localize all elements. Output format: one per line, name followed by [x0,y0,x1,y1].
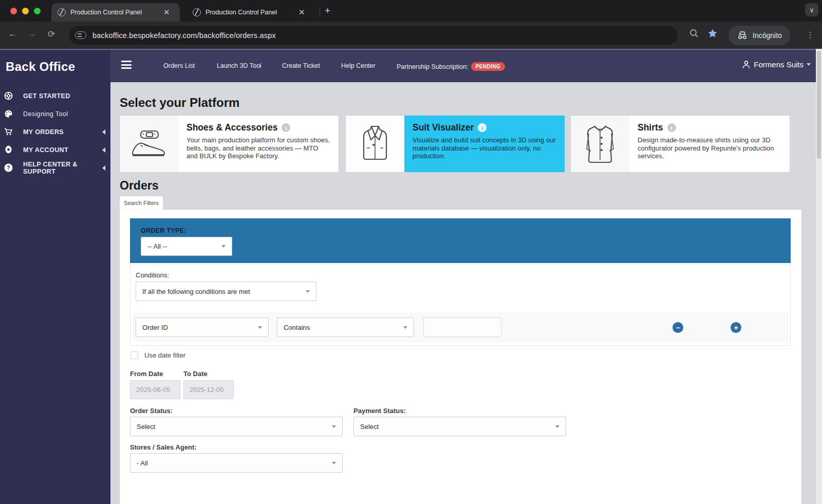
chevron-down-icon [258,326,262,329]
card-description: Visualize and build suit concepts in 3D … [413,136,556,160]
bookmark-star-icon[interactable] [707,28,718,39]
gear-icon [4,145,13,154]
date-filter-label: Use date filter [144,351,185,359]
back-button[interactable]: ← [8,29,17,39]
tab-title: Production Control Panel [206,9,293,16]
page-scrollbar[interactable] [816,49,822,504]
info-icon[interactable]: i [478,123,487,132]
platform-card-shoes[interactable]: Shoes & Accessories i Your main producti… [120,116,339,172]
condition-value-input[interactable] [423,318,501,337]
app-logo[interactable]: Back Office [0,50,110,83]
address-bar[interactable]: backoffice.bespokefactory.com/backoffice… [69,26,678,45]
incognito-badge: Incógnito [728,26,790,45]
search-icon[interactable] [689,28,699,39]
stores-agent-label: Stores / Sales Agent: [130,443,197,451]
platform-card-shirts[interactable]: Shirts i Design made-to-measure shirts u… [571,116,790,172]
sidebar-item-my-account[interactable]: MY ACCOUNT [0,141,110,159]
browser-tab-2[interactable]: Production Control Panel ✕ [186,3,315,22]
hamburger-menu-icon[interactable] [121,61,132,69]
conditions-select[interactable]: If all the following conditions are met [136,282,316,301]
app-navbar: Back Office Orders List Launch 3D Tool C… [0,49,822,82]
tab-search-chevron-icon[interactable]: ∨ [805,3,818,16]
nav-create-ticket[interactable]: Create Ticket [282,62,320,69]
order-status-select[interactable]: Select [130,417,343,436]
svg-text:?: ? [7,164,10,171]
chevron-down-icon [332,425,336,428]
condition-field-select[interactable]: Order ID [136,318,269,337]
user-menu[interactable]: Formens Suits [742,60,811,69]
cart-icon [4,127,13,136]
nav-orders-list[interactable]: Orders List [163,62,195,69]
sidebar-item-help-center[interactable]: ? HELP CENTER & SUPPORT [0,159,110,177]
scrollbar-thumb[interactable] [817,51,821,159]
card-title: Shirts [638,122,663,133]
forward-button[interactable]: → [28,29,36,39]
chevron-down-icon [332,462,336,464]
browser-menu-icon[interactable]: ⋮ [806,30,814,40]
use-date-filter[interactable]: Use date filter [130,351,185,359]
from-date-input[interactable]: 2025-06-05 [130,380,180,399]
platform-card-suit-visualizer[interactable]: Suit Visualizer i Visualize and build su… [346,116,565,172]
platform-heading: Select your Platform [120,96,239,110]
sidebar-item-designing-tool[interactable]: Designing Tool [0,105,110,123]
collapse-arrow-icon [102,165,105,171]
palette-icon [4,109,13,118]
to-date-label: To Date [183,370,208,378]
condition-operator-select[interactable]: Contains [277,318,414,337]
from-date-label: From Date [130,370,163,378]
nav-partnership-subscription[interactable]: Partnership Subscription: PENDING [397,62,505,71]
lifebuoy-icon [4,91,13,100]
collapse-arrow-icon [102,129,105,135]
tab-close-icon[interactable]: ✕ [298,8,305,17]
stores-agent-select[interactable]: - All [130,453,343,473]
user-name: Formens Suits [754,60,804,69]
payment-status-select[interactable]: Select [353,417,566,436]
nav-launch-3d-tool[interactable]: Launch 3D Tool [217,62,261,69]
chevron-down-icon [221,245,226,248]
condition-row: Order ID Contains − + [133,312,789,343]
order-type-bar: ORDER TYPE: -- All -- [130,218,791,263]
to-date-input[interactable]: 2025-12-05 [183,380,234,399]
search-filters-tab[interactable]: Search Filters [120,196,163,210]
card-description: Your main production platform for custom… [186,136,330,160]
incognito-label: Incógnito [753,31,782,40]
chevron-down-icon [555,425,559,428]
reload-button[interactable]: ⟳ [48,29,55,40]
date-filter-checkbox[interactable] [130,351,138,359]
orders-heading: Orders [120,179,158,193]
minimize-window-button[interactable] [22,8,29,14]
order-type-label: ORDER TYPE: [141,227,186,234]
partnership-label: Partnership Subscription: [397,63,469,70]
maximize-window-button[interactable] [34,8,41,14]
payment-status-label: Payment Status: [353,407,406,415]
search-filters-panel: ORDER TYPE: -- All -- Conditions: If all… [120,210,801,504]
browser-tab-1[interactable]: Production Control Panel ✕ [51,3,180,22]
pending-status-badge: PENDING [471,62,505,71]
suit-jacket-icon [346,116,404,172]
question-icon: ? [4,163,13,172]
collapse-arrow-icon [102,147,105,153]
globe-favicon-icon [58,8,66,16]
info-icon[interactable]: i [282,123,290,132]
card-title: Shoes & Accessories [186,122,277,133]
incognito-icon [737,31,748,40]
globe-favicon-icon [193,8,201,16]
info-icon[interactable]: i [667,123,676,132]
shirt-icon [571,116,629,172]
remove-condition-button[interactable]: − [672,322,683,333]
nav-help-center[interactable]: Help Center [341,62,376,69]
sidebar: GET STARTED Designing Tool MY ORDERS MY … [0,82,110,504]
order-type-select[interactable]: -- All -- [141,237,232,256]
sidebar-item-my-orders[interactable]: MY ORDERS [0,123,110,141]
chevron-down-icon [306,290,310,293]
url-text: backoffice.bespokefactory.com/backoffice… [92,31,276,40]
add-condition-button[interactable]: + [731,322,741,333]
new-tab-button[interactable]: + [325,5,330,16]
close-window-button[interactable] [10,8,17,14]
tab-close-icon[interactable]: ✕ [163,8,170,17]
site-settings-icon[interactable] [75,31,86,39]
sidebar-item-get-started[interactable]: GET STARTED [0,87,110,105]
main-content: Select your Platform Shoes & Accessories… [110,82,816,504]
chevron-down-icon [403,326,407,329]
user-icon [742,60,751,69]
